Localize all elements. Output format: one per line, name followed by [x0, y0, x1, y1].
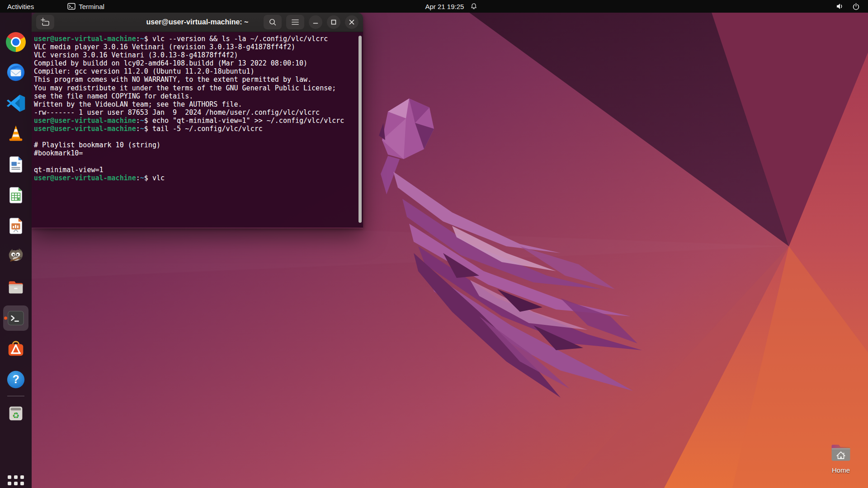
terminal-line: Written by the VideoLAN team; see the AU…	[34, 100, 357, 108]
vlc-icon	[5, 123, 26, 144]
dock-item-vscode[interactable]	[3, 90, 28, 116]
terminal-screen[interactable]: user@user-virtual-machine:~$ vlc --versi…	[32, 32, 363, 228]
close-icon	[349, 19, 354, 25]
maximize-button[interactable]	[327, 15, 340, 29]
terminal-header-bar[interactable]: user@user-virtual-machine: ~	[32, 13, 363, 32]
terminal-line	[34, 133, 357, 141]
terminal-line: user@user-virtual-machine:~$ vlc	[34, 174, 357, 182]
system-status-area[interactable]	[833, 0, 863, 13]
app-menu-button[interactable]: Terminal	[60, 0, 112, 13]
minimize-button[interactable]	[309, 15, 322, 29]
new-tab-button[interactable]	[36, 15, 54, 29]
terminal-app-icon	[67, 3, 75, 10]
search-icon	[269, 18, 277, 26]
terminal-icon	[5, 308, 26, 328]
terminal-output: user@user-virtual-machine:~$ vlc --versi…	[34, 35, 357, 182]
terminal-line: Compiler: gcc version 11.2.0 (Ubuntu 11.…	[34, 67, 357, 75]
terminal-line: see the file named COPYING for details.	[34, 92, 357, 100]
dock-item-vlc[interactable]	[3, 121, 28, 146]
libreoffice-calc-icon	[5, 185, 26, 206]
power-icon	[852, 3, 860, 10]
activities-label: Activities	[7, 3, 34, 10]
dock-item-files[interactable]	[3, 275, 28, 300]
terminal-line: Compiled by buildd on lcy02-amd64-108.bu…	[34, 59, 357, 67]
thunderbird-icon	[5, 62, 26, 83]
search-button[interactable]	[264, 15, 282, 29]
terminal-line: -rw------- 1 user user 87653 Jan 9 2024 …	[34, 108, 357, 117]
show-applications-button[interactable]	[3, 471, 28, 488]
menu-button[interactable]	[286, 15, 304, 29]
dock-item-help[interactable]: ?	[3, 367, 28, 392]
close-button[interactable]	[345, 15, 359, 29]
dock-item-trash[interactable]: ♻	[3, 400, 28, 426]
libreoffice-impress-icon	[5, 216, 26, 236]
maximize-icon	[331, 19, 336, 25]
dock: ? ♻	[0, 13, 32, 488]
clock-button[interactable]: Apr 21 19:25	[420, 0, 483, 13]
dock-item-libreoffice-impress[interactable]	[3, 213, 28, 239]
trash-icon: ♻	[5, 403, 26, 423]
svg-text:♻: ♻	[12, 411, 19, 420]
top-bar: Activities Terminal Apr 21 19:25	[0, 0, 868, 13]
ubuntu-software-icon	[5, 338, 26, 359]
terminal-line: This program comes with NO WARRANTY, to …	[34, 75, 357, 84]
terminal-line: user@user-virtual-machine:~$ tail -5 ~/.…	[34, 125, 357, 133]
hamburger-menu-icon	[291, 19, 299, 25]
minimize-icon	[313, 19, 318, 25]
terminal-scrollbar[interactable]	[359, 36, 362, 223]
libreoffice-writer-icon	[5, 154, 26, 175]
volume-icon	[836, 3, 844, 10]
terminal-line: # Playlist bookmark 10 (string)	[34, 141, 357, 149]
home-folder-label: Home	[832, 466, 850, 474]
bell-icon	[470, 3, 477, 10]
dock-item-thunderbird[interactable]	[3, 60, 28, 85]
running-indicator-dot	[4, 317, 7, 320]
app-grid-icon	[8, 475, 24, 488]
terminal-line: #bookmark10=	[34, 149, 357, 157]
dock-item-chrome[interactable]	[3, 29, 28, 55]
dock-separator	[7, 396, 24, 396]
gimp-icon	[5, 245, 26, 266]
dock-item-gimp[interactable]	[3, 243, 28, 268]
dock-item-terminal[interactable]	[3, 305, 28, 331]
app-menu-label: Terminal	[79, 3, 104, 10]
activities-button[interactable]: Activities	[0, 0, 41, 13]
home-folder-shortcut[interactable]: Home	[825, 441, 857, 474]
terminal-line: user@user-virtual-machine:~$ vlc --versi…	[34, 35, 357, 43]
new-tab-icon	[40, 18, 50, 27]
help-icon: ?	[5, 369, 26, 390]
terminal-line	[34, 157, 357, 165]
terminal-line: VLC version 3.0.16 Vetinari (3.0.13-8-g4…	[34, 51, 357, 59]
terminal-line: user@user-virtual-machine:~$ echo "qt-mi…	[34, 117, 357, 125]
terminal-line: qt-minimal-view=1	[34, 166, 357, 174]
terminal-window: user@user-virtual-machine: ~	[32, 13, 363, 228]
svg-text:?: ?	[12, 373, 19, 385]
desktop: Activities Terminal Apr 21 19:25	[0, 0, 868, 488]
vscode-icon	[5, 93, 26, 113]
dock-item-libreoffice-writer[interactable]	[3, 152, 28, 177]
clock-label: Apr 21 19:25	[425, 3, 464, 10]
dock-item-libreoffice-calc[interactable]	[3, 183, 28, 208]
terminal-line: You may redistribute it under the terms …	[34, 84, 357, 92]
home-folder-icon	[827, 441, 854, 465]
window-title: user@user-virtual-machine: ~	[146, 18, 249, 26]
terminal-line: VLC media player 3.0.16 Vetinari (revisi…	[34, 43, 357, 51]
files-icon	[5, 277, 26, 298]
chrome-icon	[6, 32, 26, 52]
dock-item-ubuntu-software[interactable]	[3, 336, 28, 361]
